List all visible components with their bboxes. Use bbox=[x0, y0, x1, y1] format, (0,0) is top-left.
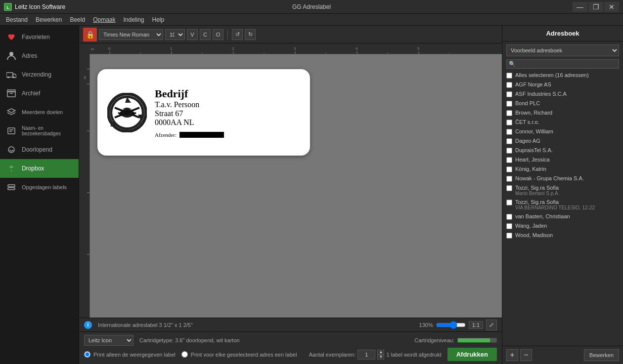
copies-input[interactable] bbox=[357, 350, 375, 360]
label-tav: T.a.v. Persoon bbox=[155, 100, 300, 109]
menu-indeling[interactable]: Indeling bbox=[119, 15, 148, 24]
addr-checkbox-5[interactable] bbox=[506, 129, 512, 135]
svg-rect-16 bbox=[90, 43, 502, 54]
svg-rect-9 bbox=[8, 128, 15, 134]
remove-address-button[interactable]: − bbox=[520, 349, 532, 361]
select-all-checkbox[interactable] bbox=[506, 73, 512, 79]
layers-icon bbox=[6, 107, 17, 118]
radio-all[interactable] bbox=[181, 351, 188, 358]
sidebar-item-verzending[interactable]: Verzending bbox=[0, 65, 79, 84]
address-item-13[interactable]: van Basten, Christiaan bbox=[504, 212, 621, 221]
addr-text-10: Nowak - Grupa Chemia S.A. bbox=[515, 175, 619, 181]
menu-help[interactable]: Help bbox=[148, 15, 169, 24]
addr-checkbox-0[interactable] bbox=[506, 82, 512, 88]
print-count: 1 label wordt afgedrukt bbox=[386, 352, 441, 358]
addr-checkbox-4[interactable] bbox=[506, 120, 512, 125]
address-item-8[interactable]: Heart, Jessica bbox=[504, 155, 621, 164]
menu-opmaak[interactable]: Opmaak bbox=[89, 15, 119, 24]
window-controls[interactable]: — ❐ ✕ bbox=[573, 2, 619, 12]
level-fill bbox=[458, 338, 490, 342]
bold-button[interactable]: V bbox=[187, 29, 198, 40]
label-company: Bedrijf bbox=[155, 87, 300, 100]
underline-button[interactable]: O bbox=[213, 29, 223, 40]
address-item-5[interactable]: Connor, William bbox=[504, 127, 621, 136]
add-address-button[interactable]: + bbox=[506, 349, 518, 361]
addr-checkbox-9[interactable] bbox=[506, 166, 512, 172]
address-item-7[interactable]: DupraisTel S.A. bbox=[504, 146, 621, 155]
svg-rect-15 bbox=[8, 188, 15, 190]
sidebar-item-dropbox[interactable]: Dropbox bbox=[0, 159, 79, 178]
undo-button[interactable]: ↺ bbox=[232, 29, 243, 40]
address-item-3[interactable]: Brown, Richard bbox=[504, 108, 621, 118]
sidebar-item-adres[interactable]: Adres bbox=[0, 46, 79, 65]
address-item-6[interactable]: Dageo AG bbox=[504, 136, 621, 146]
addr-checkbox-12[interactable] bbox=[506, 200, 512, 205]
address-item-15[interactable]: Wood, Madison bbox=[504, 231, 621, 240]
sidebar-item-meerdere-doelen[interactable]: Meerdere doelen bbox=[0, 103, 79, 121]
sidebar-item-favorieten[interactable]: Favorieten bbox=[0, 28, 79, 46]
svg-rect-36 bbox=[79, 54, 90, 318]
addr-text-9: König, Katrin bbox=[515, 166, 619, 172]
sidebar-item-naam[interactable]: Naam- en bezoekersbadges bbox=[0, 121, 79, 140]
info-icon: i bbox=[84, 321, 92, 329]
zoom-slider[interactable] bbox=[436, 321, 466, 329]
addr-checkbox-8[interactable] bbox=[506, 157, 512, 163]
close-button[interactable]: ✕ bbox=[604, 2, 619, 12]
address-item-9[interactable]: König, Katrin bbox=[504, 164, 621, 174]
addr-checkbox-2[interactable] bbox=[506, 101, 512, 107]
addr-checkbox-7[interactable] bbox=[506, 148, 512, 154]
addr-checkbox-13[interactable] bbox=[506, 214, 512, 220]
sidebar-item-opgeslagen[interactable]: Opgeslagen labels bbox=[0, 178, 79, 197]
addr-checkbox-1[interactable] bbox=[506, 91, 512, 97]
printer-select[interactable]: Leitz Icon bbox=[84, 335, 134, 346]
search-input[interactable] bbox=[516, 61, 617, 67]
addr-checkbox-11[interactable] bbox=[506, 185, 512, 191]
maximize-button[interactable]: ❐ bbox=[588, 2, 603, 12]
svg-point-13 bbox=[11, 170, 12, 172]
titlebar-left: L Leitz Icon Software bbox=[4, 3, 65, 11]
address-item-0[interactable]: AGF Norge AS bbox=[504, 80, 621, 89]
address-book-select[interactable]: Voorbeeld adresboek bbox=[506, 44, 619, 56]
radio-row1: Print alleen de weergegeven label bbox=[84, 351, 176, 358]
radio1-label: Print alleen de weergegeven label bbox=[93, 352, 176, 358]
canvas-workspace[interactable]: Bedrijf T.a.v. Persoon Straat 67 0000AA … bbox=[90, 54, 502, 318]
sidebar-item-doorlopend[interactable]: Doorlopend bbox=[0, 140, 79, 159]
doc-title: GG Adreslabel bbox=[292, 3, 331, 10]
lock-button[interactable]: 🔒 bbox=[83, 28, 97, 41]
radio-current[interactable] bbox=[84, 351, 90, 358]
select-all-item[interactable]: Alles selecteren (16 adressen) bbox=[504, 71, 621, 80]
copies-up-button[interactable]: ▲ bbox=[377, 350, 384, 355]
redo-button[interactable]: ↻ bbox=[245, 29, 256, 40]
print-button[interactable]: Afdrukken bbox=[447, 348, 497, 361]
menu-bestand[interactable]: Bestand bbox=[2, 15, 32, 24]
addr-text-7: DupraisTel S.A. bbox=[515, 147, 619, 153]
font-size-select[interactable]: 10 12 14 bbox=[165, 29, 185, 40]
italic-button[interactable]: C bbox=[200, 29, 211, 40]
loop-icon bbox=[6, 144, 17, 155]
addr-text-8: Heart, Jessica bbox=[515, 157, 619, 162]
address-item-11[interactable]: Tozzi, Sig.ra Sofia Mario Bertani S.p.A. bbox=[504, 183, 621, 198]
label-card[interactable]: Bedrijf T.a.v. Persoon Straat 67 0000AA … bbox=[97, 69, 310, 156]
addr-checkbox-3[interactable] bbox=[506, 110, 512, 116]
edit-address-button[interactable]: Bewerken bbox=[584, 349, 619, 361]
address-item-1[interactable]: ASF Industries S.C.A bbox=[504, 89, 621, 99]
address-item-12[interactable]: Tozzi, Sig.ra Sofia VIA BERNARDINO TELES… bbox=[504, 198, 621, 212]
menu-bewerken[interactable]: Bewerken bbox=[32, 15, 66, 24]
copies-down-button[interactable]: ▼ bbox=[377, 355, 384, 360]
fit-button[interactable]: 1:1 bbox=[469, 321, 483, 329]
sender-bar bbox=[179, 132, 224, 138]
address-item-14[interactable]: Wang, Jaden bbox=[504, 221, 621, 231]
menu-beeld[interactable]: Beeld bbox=[66, 15, 89, 24]
address-item-4[interactable]: ČET s.r.o. bbox=[504, 118, 621, 127]
sidebar-item-archief[interactable]: Archief bbox=[0, 84, 79, 103]
addr-checkbox-10[interactable] bbox=[506, 176, 512, 182]
minimize-button[interactable]: — bbox=[573, 2, 587, 12]
font-family-select[interactable]: Times New Roman Arial bbox=[99, 29, 163, 40]
address-item-2[interactable]: Bond PLC bbox=[504, 99, 621, 108]
addr-checkbox-6[interactable] bbox=[506, 138, 512, 144]
addr-checkbox-15[interactable] bbox=[506, 233, 512, 239]
address-item-10[interactable]: Nowak - Grupa Chemia S.A. bbox=[504, 174, 621, 183]
fullscreen-button[interactable]: ⤢ bbox=[486, 320, 497, 330]
addr-checkbox-14[interactable] bbox=[506, 223, 512, 229]
search-box[interactable]: 🔍 bbox=[506, 59, 619, 69]
